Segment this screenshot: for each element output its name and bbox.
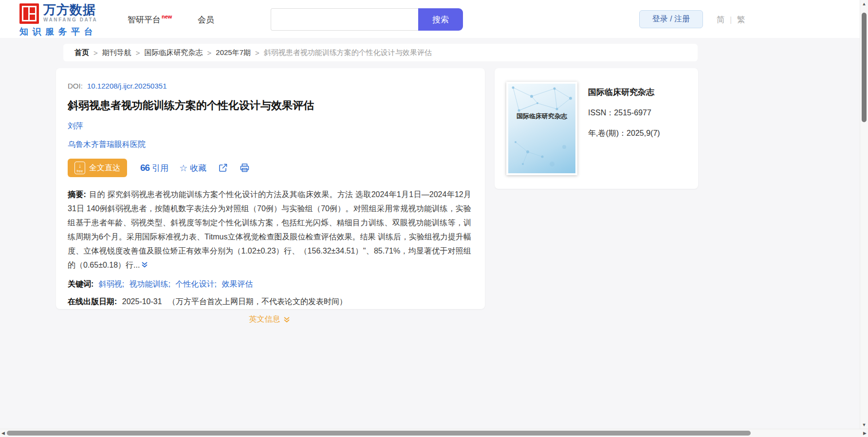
keyword-link[interactable]: 斜弱视 bbox=[99, 280, 122, 288]
logo-tagline: 知识服务平台 bbox=[19, 26, 97, 37]
keyword-link[interactable]: 效果评估 bbox=[222, 280, 253, 288]
keyword-separator: ; bbox=[122, 280, 124, 288]
breadcrumb-journal-nav[interactable]: 期刊导航 bbox=[102, 48, 131, 57]
horizontal-scrollbar-track[interactable]: ◀ ▶ bbox=[0, 429, 868, 437]
journal-volume-row: 年,卷(期)：2025,9(7) bbox=[588, 128, 660, 139]
abstract-expand-button[interactable] bbox=[141, 258, 148, 273]
language-switch: 简 | 繁 bbox=[717, 14, 745, 25]
issn-label: ISSN： bbox=[588, 109, 614, 117]
cover-network-decoration bbox=[508, 84, 575, 173]
journal-issn-row: ISSN：2515-6977 bbox=[588, 108, 660, 118]
share-icon bbox=[218, 163, 228, 173]
breadcrumb-separator: > bbox=[136, 49, 140, 57]
logo-subtitle: WANFANG DATA bbox=[43, 17, 97, 22]
scroll-left-arrow-icon[interactable]: ◀ bbox=[1, 431, 5, 436]
fulltext-label: 全文直达 bbox=[89, 163, 120, 173]
breadcrumb-journal[interactable]: 国际临床研究杂志 bbox=[145, 48, 203, 57]
english-info-label: 英文信息 bbox=[249, 314, 280, 325]
abstract-block: 摘要:目的 探究斜弱视患者视功能训练方案个性化设计的方法及其临床效果。方法 选取… bbox=[68, 187, 471, 273]
breadcrumb-separator: > bbox=[255, 49, 259, 57]
nav-zhiyan-platform[interactable]: 智研平台new bbox=[128, 14, 171, 25]
keyword-link[interactable]: 视功能训练 bbox=[129, 280, 168, 288]
vertical-scrollbar-track[interactable]: ▲ ▼ bbox=[860, 0, 868, 429]
online-publish-date: 2025-10-31 bbox=[122, 297, 162, 306]
search-button[interactable]: 搜索 bbox=[418, 8, 463, 31]
fulltext-button[interactable]: ↓ free 全文直达 bbox=[68, 159, 127, 177]
lang-simplified[interactable]: 简 bbox=[717, 14, 725, 25]
english-info-row: 英文信息 bbox=[68, 314, 471, 325]
search-input[interactable] bbox=[271, 8, 418, 31]
search-bar: 搜索 bbox=[271, 8, 463, 31]
favorite-button[interactable]: ☆ 收藏 bbox=[179, 163, 206, 174]
star-icon: ☆ bbox=[179, 163, 187, 174]
keyword-link[interactable]: 个性化设计 bbox=[176, 280, 215, 288]
volume-label: 年,卷(期)： bbox=[588, 129, 627, 137]
doi-link[interactable]: 10.12208/j.ijcr.20250351 bbox=[87, 82, 166, 90]
article-detail-card: DOI: 10.12208/j.ijcr.20250351 斜弱视患者视功能训练… bbox=[56, 68, 485, 309]
nav-member[interactable]: 会员 bbox=[198, 14, 214, 25]
breadcrumb: 首页 > 期刊导航 > 国际临床研究杂志 > 2025年7期 > 斜弱视患者视功… bbox=[63, 44, 698, 61]
affiliation-row: 乌鲁木齐普瑞眼科医院 bbox=[68, 140, 471, 150]
wanfang-logo-icon bbox=[19, 3, 39, 24]
favorite-label: 收藏 bbox=[190, 163, 206, 174]
printer-icon bbox=[240, 163, 250, 173]
scroll-up-arrow-icon[interactable]: ▲ bbox=[860, 1, 868, 6]
cite-button[interactable]: 66 引用 bbox=[140, 163, 168, 174]
breadcrumb-home[interactable]: 首页 bbox=[74, 48, 89, 57]
breadcrumb-issue[interactable]: 2025年7期 bbox=[216, 48, 251, 57]
share-button[interactable] bbox=[218, 163, 228, 173]
journal-name-link[interactable]: 国际临床研究杂志 bbox=[588, 87, 660, 98]
keywords-label: 关键词: bbox=[68, 280, 93, 288]
scroll-right-arrow-icon[interactable]: ▶ bbox=[863, 431, 867, 436]
double-chevron-down-icon bbox=[141, 261, 148, 268]
abstract-text: 目的 探究斜弱视患者视功能训练方案个性化设计的方法及其临床效果。方法 选取202… bbox=[68, 190, 471, 269]
lang-traditional[interactable]: 繁 bbox=[737, 14, 745, 25]
keyword-separator: ; bbox=[215, 280, 217, 288]
vertical-scrollbar-thumb[interactable] bbox=[862, 13, 867, 122]
cite-label: 引用 bbox=[152, 163, 168, 174]
breadcrumb-separator: > bbox=[207, 49, 212, 57]
keyword-separator: ; bbox=[168, 280, 170, 288]
login-register-button[interactable]: 登录 / 注册 bbox=[639, 10, 703, 28]
online-publish-note: （万方平台首次上网日期，不代表论文的发表时间） bbox=[168, 297, 347, 306]
print-button[interactable] bbox=[240, 163, 250, 173]
author-row: 刘萍 bbox=[68, 121, 471, 131]
author-link[interactable]: 刘萍 bbox=[68, 122, 83, 130]
journal-cover-title: 国际临床研究杂志 bbox=[508, 112, 575, 121]
online-publish-row: 在线出版日期: 2025-10-31 （万方平台首次上网日期，不代表论文的发表时… bbox=[68, 297, 471, 307]
volume-value: 2025,9(7) bbox=[627, 129, 660, 137]
scroll-down-arrow-icon[interactable]: ▼ bbox=[860, 422, 868, 427]
doi-label: DOI: bbox=[68, 82, 83, 90]
horizontal-scrollbar-thumb[interactable] bbox=[7, 431, 751, 436]
keywords-row: 关键词: 斜弱视; 视功能训练; 个性化设计; 效果评估 bbox=[68, 278, 471, 291]
quote-icon: 66 bbox=[140, 163, 149, 173]
lang-divider: | bbox=[730, 15, 732, 25]
breadcrumb-current-article: 斜弱视患者视功能训练方案的个性化设计与效果评估 bbox=[264, 48, 432, 57]
journal-info-card: 国际临床研究杂志 国际临床研究杂志 ISSN：2515-6977 年,卷(期)：… bbox=[495, 68, 698, 189]
doi-row: DOI: 10.12208/j.ijcr.20250351 bbox=[68, 82, 471, 90]
article-title: 斜弱视患者视功能训练方案的个性化设计与效果评估 bbox=[68, 98, 471, 113]
online-publish-label: 在线出版日期: bbox=[68, 297, 117, 306]
double-chevron-down-icon bbox=[283, 316, 290, 323]
abstract-label: 摘要: bbox=[68, 190, 86, 199]
top-header: 万方数据 WANFANG DATA 知识服务平台 智研平台new 会员 搜索 登… bbox=[0, 0, 868, 38]
affiliation-link[interactable]: 乌鲁木齐普瑞眼科医院 bbox=[68, 140, 146, 148]
journal-cover[interactable]: 国际临床研究杂志 bbox=[506, 82, 577, 175]
english-info-toggle[interactable]: 英文信息 bbox=[249, 314, 290, 325]
article-actions: ↓ free 全文直达 66 引用 ☆ 收藏 bbox=[68, 159, 471, 177]
logo-title: 万方数据 bbox=[43, 3, 97, 16]
issn-value: 2515-6977 bbox=[614, 109, 651, 117]
download-free-icon: ↓ free bbox=[74, 162, 85, 174]
nav-zhiyan-label: 智研平台 bbox=[128, 15, 161, 24]
wanfang-logo[interactable]: 万方数据 WANFANG DATA 知识服务平台 bbox=[19, 3, 97, 37]
nav-member-label: 会员 bbox=[198, 15, 214, 24]
new-badge: new bbox=[162, 14, 172, 19]
breadcrumb-separator: > bbox=[93, 49, 98, 57]
